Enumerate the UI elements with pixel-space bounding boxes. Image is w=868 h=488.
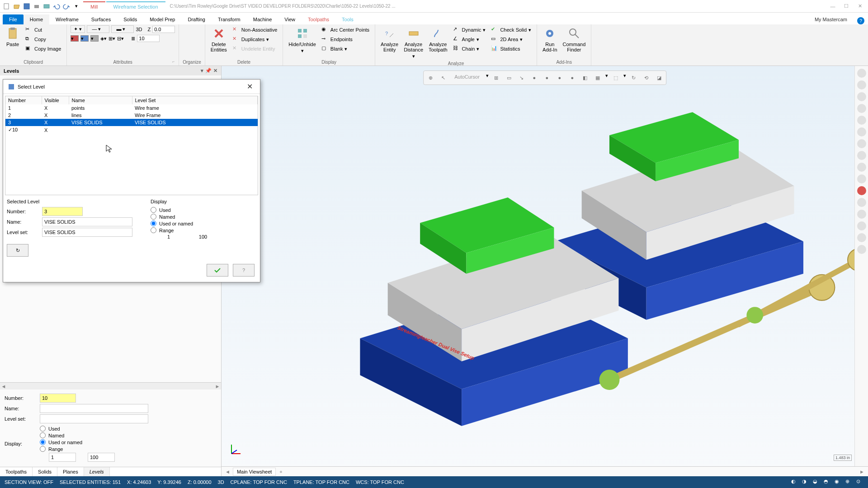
dlg-refresh-button[interactable]: ↻ — [7, 244, 28, 257]
tab-toolpaths[interactable]: Toolpaths — [302, 14, 335, 24]
print-icon[interactable] — [33, 2, 41, 10]
vt-grid-icon[interactable]: ⊞ — [491, 73, 501, 83]
status-mode[interactable]: 3D — [218, 479, 224, 485]
line-style-dropdown[interactable]: — ▾ — [87, 25, 109, 33]
material-swatch[interactable]: ▾ — [90, 35, 99, 42]
tab-home[interactable]: Home — [24, 14, 49, 24]
status-ic-2-icon[interactable]: ◑ — [802, 479, 809, 486]
rail-btn-4-icon[interactable] — [857, 104, 866, 113]
autocursor-dropdown[interactable]: AutoCursor — [451, 73, 483, 83]
range-to-input[interactable] — [88, 453, 115, 462]
attr-btn-2[interactable]: ⊞▾ — [108, 36, 115, 42]
status-tplane[interactable]: TPLANE: TOP FOR CNC — [293, 479, 349, 485]
save-icon[interactable] — [23, 2, 31, 10]
line-width-dropdown[interactable]: ▬ ▾ — [111, 25, 134, 33]
analyze-entity-button[interactable]: ?Analyze Entity — [379, 25, 400, 53]
new-icon[interactable] — [3, 2, 11, 10]
radio-named[interactable] — [40, 432, 46, 438]
tab-view[interactable]: View — [278, 14, 302, 24]
point-style-dropdown[interactable]: ✦ ▾ — [71, 25, 85, 33]
panel-close-icon[interactable]: ✕ — [213, 68, 217, 74]
number-input[interactable] — [40, 394, 76, 403]
chain-button[interactable]: ⛓Chain▾ — [451, 44, 488, 53]
vt-cursor-icon[interactable]: ↖ — [438, 73, 448, 83]
rail-btn-16-icon[interactable] — [857, 245, 866, 254]
context-tab-wireframe-selection[interactable]: Wireframe Selection — [106, 1, 165, 11]
dlg-number-input[interactable] — [42, 207, 83, 216]
status-cplane[interactable]: CPLANE: TOP FOR CNC — [231, 479, 287, 485]
tab-model-prep[interactable]: Model Prep — [143, 14, 181, 24]
tab-machine[interactable]: Machine — [247, 14, 278, 24]
status-ic-7-icon[interactable]: ⊙ — [856, 479, 863, 486]
color-swatch[interactable]: ▾ — [71, 35, 79, 42]
horizontal-scrollbar[interactable]: ◄ ► — [0, 382, 221, 389]
col-number[interactable]: Number — [5, 96, 42, 104]
vt-sync-icon[interactable]: ⟲ — [642, 73, 651, 83]
endpoints-button[interactable]: ⊸Endpoints — [320, 35, 371, 44]
blank-button[interactable]: ▢Blank▾ — [320, 44, 371, 53]
color-2d-swatch[interactable]: ▾ — [80, 35, 89, 42]
analyze-distance-button[interactable]: Analyze Distance▾ — [402, 25, 425, 60]
dlg-radio-range[interactable] — [151, 227, 156, 233]
vt-sphere4-icon[interactable]: ● — [567, 73, 577, 83]
levels-table[interactable]: Number Visible Name Level Set 1XpointsWi… — [5, 96, 258, 195]
arc-center-button[interactable]: ◉Arc Center Points — [320, 25, 371, 34]
paste-button[interactable]: Paste — [4, 25, 22, 48]
undelete-button[interactable]: ✕Undelete Entity — [231, 44, 279, 53]
dynamic-button[interactable]: ↗Dynamic▾ — [451, 25, 488, 34]
range-from-input[interactable] — [49, 453, 76, 462]
rail-btn-5-icon[interactable] — [857, 116, 866, 125]
rail-btn-1-icon[interactable] — [857, 69, 866, 78]
tab-wireframe[interactable]: Wireframe — [49, 14, 85, 24]
vt-filter-icon[interactable]: ⬚ — [611, 73, 621, 83]
layer-input[interactable] — [137, 35, 160, 42]
qat-dropdown-icon[interactable]: ▾ — [72, 2, 80, 10]
hide-unhide-button[interactable]: Hide/Unhide▾ — [287, 25, 318, 55]
viewsheet-next-icon[interactable]: ► — [859, 469, 864, 474]
viewsheet-tab[interactable]: Main Viewsheet — [233, 468, 276, 476]
vt-cube-icon[interactable]: ◧ — [580, 73, 590, 83]
copy-button[interactable]: ⧉Copy — [24, 35, 63, 44]
my-mastercam-link[interactable]: My Mastercam — [808, 14, 854, 24]
check-solid-button[interactable]: ✔Check Solid▾ — [489, 25, 533, 34]
dlg-levelset-input[interactable] — [42, 228, 132, 237]
tab-transform[interactable]: Transform — [212, 14, 247, 24]
dlg-radio-named[interactable] — [151, 214, 156, 220]
status-ic-5-icon[interactable]: ◉ — [835, 479, 842, 486]
vt-refresh-icon[interactable]: ↻ — [629, 73, 639, 83]
table-row[interactable]: 2XlinesWire Frame — [5, 112, 258, 119]
attr-btn-1[interactable]: ◈▾ — [100, 36, 107, 42]
col-visible[interactable]: Visible — [42, 96, 69, 104]
rail-btn-10-icon[interactable] — [857, 174, 866, 183]
dialog-launcher-icon[interactable]: ⌐ — [172, 59, 178, 65]
dlg-help-button[interactable]: ? — [233, 264, 255, 277]
radio-used[interactable] — [40, 426, 46, 432]
tab-solids[interactable]: Solids — [33, 467, 57, 476]
cut-button[interactable]: ✂Cut — [24, 25, 63, 34]
duplicates-button[interactable]: ✕Duplicates▾ — [231, 35, 279, 44]
col-levelset[interactable]: Level Set — [132, 96, 258, 104]
analyze-toolpath-button[interactable]: Analyze Toolpath — [427, 25, 449, 53]
viewsheet-prev-icon[interactable]: ◄ — [225, 469, 230, 474]
vt-sphere2-icon[interactable]: ● — [542, 73, 552, 83]
tab-levels[interactable]: Levels — [84, 467, 110, 476]
rail-btn-14-icon[interactable] — [857, 221, 866, 230]
tab-tools[interactable]: Tools — [335, 14, 360, 24]
status-ic-4-icon[interactable]: ◓ — [824, 479, 831, 486]
vt-select-icon[interactable]: ▦ — [593, 73, 603, 83]
undo-icon[interactable] — [52, 2, 61, 10]
viewsheet-add-icon[interactable]: + — [276, 468, 286, 475]
minimize-icon[interactable]: — — [826, 2, 839, 11]
dialog-titlebar[interactable]: Select Level ✕ — [3, 80, 260, 94]
graphics-viewport[interactable]: ⊕ ↖ AutoCursor▾ ⊞ ▭ ↘ ● ● ● ● ◧ ▦▾ ⬚▾ ↻ … — [222, 66, 868, 476]
col-name[interactable]: Name — [69, 96, 132, 104]
dim-label[interactable]: 3D — [136, 27, 142, 32]
screenshot-icon[interactable] — [42, 2, 51, 10]
panel-dropdown-icon[interactable]: ▾ — [201, 68, 203, 74]
copy-image-button[interactable]: ▣Copy Image — [24, 44, 63, 53]
rail-btn-9-icon[interactable] — [857, 163, 866, 172]
vt-arrow-icon[interactable]: ↘ — [517, 73, 527, 83]
attr-btn-3[interactable]: ⊟▾ — [117, 36, 124, 42]
status-ic-1-icon[interactable]: ◐ — [791, 479, 798, 486]
run-addin-button[interactable]: Run Add-In — [541, 25, 559, 53]
